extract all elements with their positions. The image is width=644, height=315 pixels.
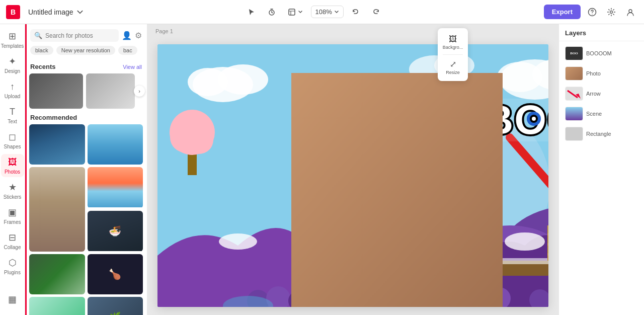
layer-label-boooom: BOOOOM [586, 50, 638, 56]
tool-plugins[interactable]: ⬡ Plugins [1, 255, 24, 278]
divider [443, 54, 463, 55]
panel-border [25, 24, 27, 315]
photo-cell-7[interactable]: 🍗 [88, 254, 143, 294]
zoom-control[interactable]: 108% [311, 6, 344, 18]
layer-item-scene[interactable]: Scene [562, 105, 641, 123]
recents-row: › [29, 73, 143, 109]
photo-cell-2[interactable] [88, 124, 143, 165]
search-input-wrapper[interactable]: 🔍 [30, 29, 119, 42]
layout-tool-button[interactable] [284, 6, 307, 18]
settings-button[interactable] [604, 5, 619, 20]
document-title[interactable]: Untitled image [28, 8, 84, 16]
layer-thumb-photo [565, 66, 583, 81]
photo-cell-4[interactable] [88, 167, 143, 208]
tag-black[interactable]: black [30, 46, 53, 55]
photos-scroll[interactable]: Recents View all › Recommended [25, 59, 147, 315]
help-button[interactable] [585, 5, 600, 20]
recents-title: Recents [30, 63, 56, 70]
recommended-title: Recommended [30, 114, 77, 121]
layer-item-rect[interactable]: Rectangle [562, 125, 641, 143]
layer-item-photo[interactable]: Photo [562, 64, 641, 83]
tool-stickers[interactable]: ★ Stickers [1, 179, 24, 202]
tag-new-year[interactable]: New year resolution [56, 46, 115, 55]
redo-button[interactable] [368, 6, 384, 18]
export-button[interactable]: Export [544, 5, 581, 19]
resize-button[interactable]: ⤢ Resize [441, 56, 465, 78]
tool-upload[interactable]: ↑ Upload [1, 78, 24, 102]
svg-rect-63 [547, 253, 548, 256]
photo-cell-1[interactable] [29, 124, 85, 165]
tool-frames[interactable]: ▣ Frames [1, 204, 24, 227]
cursor-icon [248, 8, 256, 16]
plugins-label: Plugins [4, 270, 21, 275]
tag-bac[interactable]: bac [118, 46, 137, 55]
people-icon[interactable]: 👤 [122, 31, 132, 40]
tool-design[interactable]: ✦ Design [1, 53, 24, 76]
canvas-wrapper: BOOOOM BOOOOM BOOOOM [147, 24, 558, 315]
templates-label: Templates [1, 43, 24, 49]
view-all-link[interactable]: View all [123, 64, 142, 70]
arrow-preview-icon [567, 89, 582, 99]
zoom-value: 108% [315, 8, 332, 16]
layer-thumb-boooom: BOO [565, 46, 583, 60]
zoom-chevron-icon [334, 10, 339, 15]
recent-photo-1[interactable] [29, 73, 83, 109]
carousel-next-button[interactable]: › [134, 86, 145, 97]
layer-item-arrow[interactable]: Arrow [562, 85, 641, 103]
tool-shapes[interactable]: ◻ Shapes [1, 129, 24, 152]
frames-label: Frames [4, 219, 21, 225]
photo-cell-8[interactable] [29, 297, 85, 315]
photo-cell-6[interactable] [29, 254, 85, 294]
layer-label-arrow: Arrow [586, 91, 638, 97]
photo-cell-9[interactable]: 🌿 [88, 297, 143, 315]
chevron-small-icon [298, 10, 303, 15]
svg-point-22 [505, 232, 545, 251]
undo-button[interactable] [348, 6, 364, 18]
photo-cell-5[interactable]: 🍜 [88, 211, 143, 252]
collage-label: Collage [4, 245, 21, 250]
search-icon: 🔍 [34, 32, 42, 39]
layer-label-scene: Scene [586, 111, 638, 117]
layer-thumb-arrow [565, 87, 583, 101]
photo-cell-3[interactable] [29, 167, 85, 252]
svg-point-4 [610, 11, 613, 13]
recent-photo-2[interactable] [86, 73, 135, 109]
svg-point-24 [219, 233, 257, 250]
tools-sidebar: ⊞ Templates ✦ Design ↑ Upload T Text ◻ S… [0, 24, 25, 315]
tool-collage[interactable]: ⊟ Collage [1, 229, 24, 253]
upload-label: Upload [5, 94, 21, 99]
layer-label-photo: Photo [586, 70, 638, 76]
bottom-tool[interactable]: ▦ [1, 288, 24, 311]
settings-icon [607, 8, 616, 17]
svg-rect-90 [291, 73, 503, 307]
stickers-label: Stickers [4, 194, 22, 200]
bg-resize-panel: 🖼 Backgro... ⤢ Resize [438, 28, 468, 81]
svg-point-18 [185, 126, 213, 154]
design-label: Design [5, 68, 20, 74]
photos-panel: 🔍 👤 ⚙ black New year resolution bac Rece… [25, 24, 147, 315]
extra-icon: ▦ [8, 294, 17, 305]
background-button[interactable]: 🖼 Backgro... [441, 31, 465, 53]
tool-text[interactable]: T Text [1, 104, 24, 127]
timer-tool-button[interactable] [264, 6, 280, 18]
layer-item-boooom[interactable]: BOO BOOOOM [562, 44, 641, 62]
tool-templates[interactable]: ⊞ Templates [1, 28, 24, 51]
svg-line-94 [568, 91, 578, 98]
layers-panel: Layers BOO BOOOOM Photo [558, 24, 644, 315]
photos-label: Photos [5, 169, 20, 175]
tool-extra[interactable]: ▦ [1, 288, 24, 311]
templates-icon: ⊞ [9, 31, 16, 42]
page-label: Page 1 [155, 28, 173, 34]
undo-icon [352, 8, 360, 16]
layers-header: Layers [559, 24, 644, 41]
plugins-icon: ⬡ [9, 257, 17, 268]
svg-point-3 [592, 14, 592, 14]
canvas-frame[interactable]: BOOOOM BOOOOM BOOOOM [157, 44, 548, 307]
tool-photos[interactable]: 🖼 Photos [1, 154, 24, 177]
filter-icon[interactable]: ⚙ [135, 31, 142, 40]
account-button[interactable] [623, 5, 638, 20]
shapes-label: Shapes [4, 144, 21, 149]
app-logo[interactable]: B [6, 5, 20, 19]
cursor-tool-button[interactable] [244, 6, 260, 18]
search-input[interactable] [45, 32, 115, 39]
